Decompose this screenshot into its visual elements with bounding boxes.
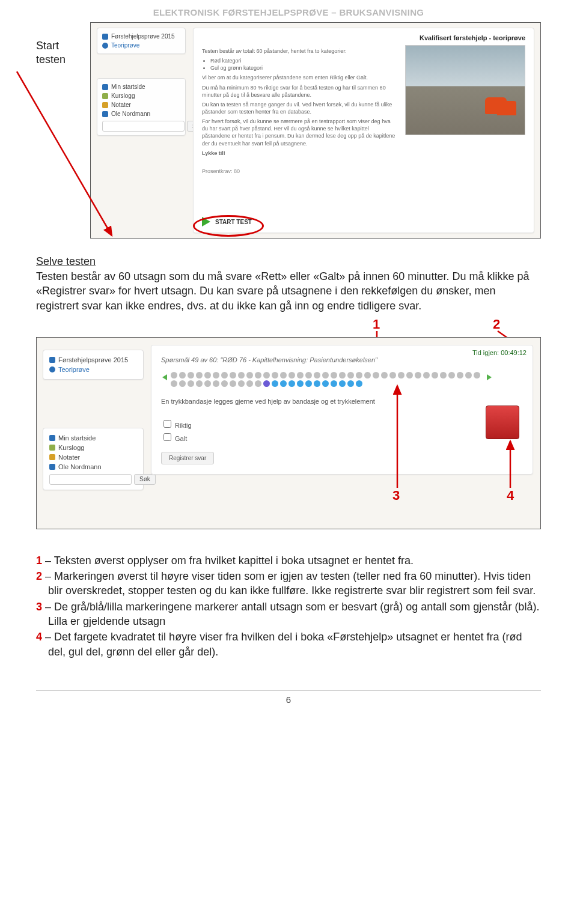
- question-icon: [49, 366, 55, 372]
- progress-dot-answered[interactable]: [213, 380, 219, 387]
- progress-dot-answered[interactable]: [196, 372, 203, 378]
- progress-dot-answered[interactable]: [230, 380, 236, 387]
- intro-image: [405, 45, 525, 135]
- progress-dot-answered[interactable]: [179, 380, 186, 387]
- progress-dot-answered[interactable]: [196, 380, 203, 387]
- annotation-number-2: 2: [493, 317, 500, 332]
- progress-dot-answered[interactable]: [297, 372, 304, 378]
- progress-dot-answered[interactable]: [457, 372, 463, 378]
- progress-dot-answered[interactable]: [398, 372, 405, 378]
- progress-dot-answered[interactable]: [465, 372, 472, 378]
- nav-user[interactable]: Ole Nordmann: [111, 111, 150, 117]
- sidebar-top-2: Førstehjelpsprøve 2015 Teoriprøve: [43, 350, 144, 380]
- progress-dot-remaining[interactable]: [305, 380, 312, 387]
- progress-dot-remaining[interactable]: [280, 380, 287, 387]
- progress-dots: [171, 372, 483, 387]
- progress-dot-answered[interactable]: [255, 372, 261, 378]
- progress-dot-answered[interactable]: [331, 372, 337, 378]
- nav-home-2[interactable]: Min startside: [58, 434, 96, 442]
- progress-dot-answered[interactable]: [288, 372, 295, 378]
- sidebar-top-panel: Førstehjelpsprøve 2015 Teoriprøve: [97, 28, 186, 54]
- progress-dot-answered[interactable]: [204, 380, 211, 387]
- document-header: ELEKTRONISK FØRSTEHJELPSPRØVE – BRUKSANV…: [0, 0, 577, 22]
- progress-dot-answered[interactable]: [188, 380, 194, 387]
- sidebar-nav-panel: Min startside Kurslogg Notater Ole Nordm…: [97, 78, 186, 136]
- progress-dot-remaining[interactable]: [356, 380, 362, 387]
- progress-dot-answered[interactable]: [381, 372, 388, 378]
- progress-dot-answered[interactable]: [230, 372, 236, 378]
- progress-dot-remaining[interactable]: [272, 380, 278, 387]
- progress-dot-answered[interactable]: [314, 372, 320, 378]
- progress-dot-answered[interactable]: [423, 372, 430, 378]
- progress-dot-answered[interactable]: [415, 372, 421, 378]
- nav-home[interactable]: Min startside: [111, 84, 145, 90]
- progress-dot-answered[interactable]: [221, 372, 228, 378]
- nav-log[interactable]: Kurslogg: [111, 93, 135, 99]
- start-test-button[interactable]: START TEST: [215, 219, 252, 225]
- progress-dot-answered[interactable]: [389, 372, 396, 378]
- log-icon: [102, 93, 108, 99]
- section-title-selve-testen: Selve testen: [36, 255, 541, 268]
- answer-galt[interactable]: Galt: [161, 431, 523, 443]
- progress-dot-remaining[interactable]: [288, 380, 295, 387]
- progress-dot-answered[interactable]: [322, 372, 329, 378]
- progress-dot-remaining[interactable]: [339, 380, 346, 387]
- next-icon[interactable]: [487, 374, 492, 380]
- progress-dot-answered[interactable]: [204, 372, 211, 378]
- color-category-square: [486, 406, 519, 439]
- progress-dot-answered[interactable]: [406, 372, 413, 378]
- body-text-1: Testen består av 60 utsagn som du må sva…: [36, 269, 541, 313]
- nav-user-2[interactable]: Ole Nordmann: [58, 463, 102, 470]
- progress-dot-answered[interactable]: [339, 372, 346, 378]
- progress-dot-answered[interactable]: [255, 380, 261, 387]
- progress-dot-answered[interactable]: [272, 372, 278, 378]
- answer-riktig[interactable]: Riktig: [161, 418, 523, 430]
- sidebar-nav-2: Min startside Kurslogg Notater Ole Nordm…: [43, 428, 144, 490]
- screenshot-2: Førstehjelpsprøve 2015 Teoriprøve Min st…: [36, 337, 541, 529]
- notes-icon: [102, 102, 108, 108]
- theory-link-2[interactable]: Teoriprøve: [58, 366, 90, 373]
- progress-dot-answered[interactable]: [474, 372, 480, 378]
- nav-notes[interactable]: Notater: [111, 102, 131, 108]
- register-answer-button[interactable]: Registrer svar: [161, 452, 214, 464]
- progress-dot-answered[interactable]: [238, 372, 245, 378]
- progress-dot-answered[interactable]: [280, 372, 287, 378]
- progress-dot-answered[interactable]: [221, 380, 228, 387]
- progress-dot-remaining[interactable]: [347, 380, 354, 387]
- theory-link[interactable]: Teoriprøve: [111, 42, 139, 49]
- progress-dot-answered[interactable]: [364, 372, 371, 378]
- progress-dot-current[interactable]: [263, 380, 270, 387]
- progress-dot-answered[interactable]: [448, 372, 455, 378]
- progress-dot-answered[interactable]: [373, 372, 379, 378]
- progress-dot-answered[interactable]: [440, 372, 447, 378]
- home-icon: [49, 435, 55, 441]
- progress-dot-answered[interactable]: [171, 380, 177, 387]
- annotation-number-1: 1: [373, 317, 380, 332]
- progress-dot-answered[interactable]: [347, 372, 354, 378]
- progress-dot-answered[interactable]: [263, 372, 270, 378]
- search-input-2[interactable]: [49, 474, 132, 485]
- progress-dot-answered[interactable]: [356, 372, 362, 378]
- log-icon: [49, 445, 55, 451]
- progress-dot-remaining[interactable]: [331, 380, 337, 387]
- progress-dot-answered[interactable]: [238, 380, 245, 387]
- progress-dot-answered[interactable]: [432, 372, 438, 378]
- progress-dot-answered[interactable]: [246, 372, 253, 378]
- nav-notes-2[interactable]: Notater: [58, 454, 80, 461]
- progress-dot-remaining[interactable]: [314, 380, 320, 387]
- progress-dot-answered[interactable]: [171, 372, 177, 378]
- progress-dot-answered[interactable]: [179, 372, 186, 378]
- rescuers-illustration: [485, 97, 507, 114]
- progress-dot-remaining[interactable]: [297, 380, 304, 387]
- search-input[interactable]: [102, 121, 185, 132]
- progress-dot-answered[interactable]: [305, 372, 312, 378]
- progress-dot-answered[interactable]: [213, 372, 219, 378]
- user-icon: [102, 111, 108, 117]
- progress-dot-answered[interactable]: [246, 380, 253, 387]
- progress-dot-remaining[interactable]: [322, 380, 329, 387]
- progress-dot-answered[interactable]: [188, 372, 194, 378]
- nav-log-2[interactable]: Kurslogg: [58, 444, 84, 451]
- prev-icon[interactable]: [162, 374, 167, 380]
- search-button-2[interactable]: Søk: [134, 474, 156, 485]
- question-icon: [102, 43, 108, 49]
